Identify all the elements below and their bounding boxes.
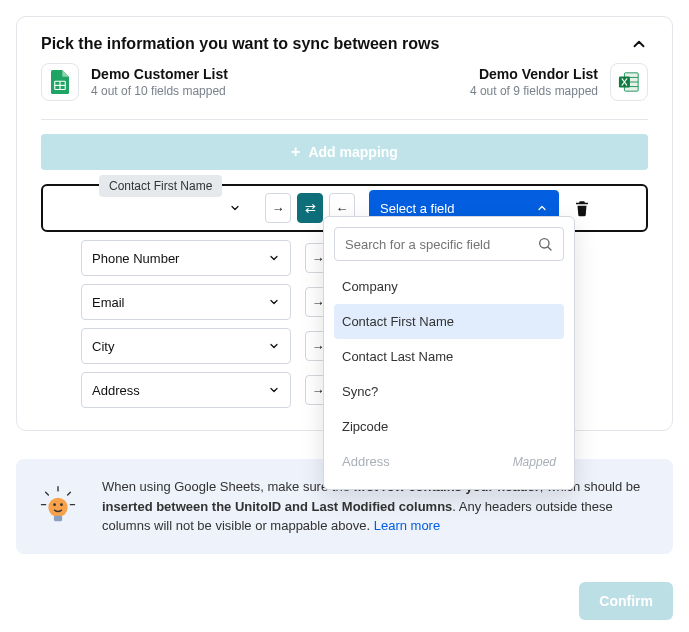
chevron-down-icon — [229, 202, 241, 214]
left-field-label: City — [92, 339, 114, 354]
left-field-select[interactable]: Email — [81, 284, 291, 320]
svg-point-18 — [60, 504, 63, 507]
svg-line-11 — [46, 493, 49, 496]
right-field-placeholder: Select a field — [380, 201, 454, 216]
search-icon — [537, 236, 553, 252]
dropdown-option[interactable]: Company — [334, 269, 564, 304]
svg-point-17 — [53, 504, 56, 507]
learn-more-link[interactable]: Learn more — [374, 518, 440, 533]
svg-point-15 — [48, 498, 67, 517]
chevron-down-icon — [268, 252, 280, 264]
mapping-table: Contact First Name → ⇄ ← Select a field — [41, 184, 648, 408]
chevron-down-icon — [268, 384, 280, 396]
excel-icon-box — [610, 63, 648, 101]
excel-icon — [618, 71, 640, 93]
add-mapping-label: Add mapping — [308, 144, 397, 160]
left-field-label: Address — [92, 383, 140, 398]
mapping-card: Pick the information you want to sync be… — [16, 16, 673, 431]
google-sheets-icon — [50, 70, 70, 94]
dropdown-option[interactable]: Contact First Name — [334, 304, 564, 339]
chevron-down-icon — [268, 340, 280, 352]
left-field-select[interactable]: City — [81, 328, 291, 364]
card-header: Pick the information you want to sync be… — [41, 35, 648, 53]
field-dropdown: Company Contact First Name Contact Last … — [323, 216, 575, 490]
chevron-up-icon — [536, 202, 548, 214]
svg-rect-16 — [54, 516, 62, 522]
source-left-title: Demo Customer List — [91, 66, 228, 82]
svg-line-9 — [548, 247, 551, 250]
dropdown-search[interactable] — [334, 227, 564, 261]
left-field-label: Email — [92, 295, 125, 310]
source-right-title: Demo Vendor List — [470, 66, 598, 82]
add-mapping-button[interactable]: + Add mapping — [41, 134, 648, 170]
dropdown-option[interactable]: Zipcode — [334, 409, 564, 444]
trash-icon[interactable] — [573, 199, 591, 217]
footer: Confirm — [16, 582, 673, 620]
chevron-down-icon — [268, 296, 280, 308]
collapse-chevron-icon[interactable] — [630, 35, 648, 53]
left-field-select[interactable]: Address — [81, 372, 291, 408]
sheets-icon-box — [41, 63, 79, 101]
lightbulb-icon — [36, 484, 80, 528]
left-field-select[interactable] — [81, 194, 251, 222]
source-left: Demo Customer List 4 out of 10 fields ma… — [41, 63, 228, 101]
left-field-select[interactable]: Phone Number — [81, 240, 291, 276]
left-field-label: Phone Number — [92, 251, 179, 266]
source-right-sub: 4 out of 9 fields mapped — [470, 84, 598, 98]
dropdown-option[interactable]: Contact Last Name — [334, 339, 564, 374]
field-tooltip: Contact First Name — [99, 175, 222, 197]
source-right: Demo Vendor List 4 out of 9 fields mappe… — [470, 63, 648, 101]
confirm-button[interactable]: Confirm — [579, 582, 673, 620]
svg-line-12 — [68, 493, 71, 496]
mapping-row-active: Contact First Name → ⇄ ← Select a field — [41, 184, 648, 232]
plus-icon: + — [291, 144, 300, 160]
divider — [41, 119, 648, 120]
dropdown-option-disabled: Address Mapped — [334, 444, 564, 479]
sync-right-button[interactable]: → — [265, 193, 291, 223]
source-left-sub: 4 out of 10 fields mapped — [91, 84, 228, 98]
card-title: Pick the information you want to sync be… — [41, 35, 439, 53]
sync-both-button[interactable]: ⇄ — [297, 193, 323, 223]
search-input[interactable] — [345, 237, 537, 252]
dropdown-option[interactable]: Sync? — [334, 374, 564, 409]
sources-row: Demo Customer List 4 out of 10 fields ma… — [41, 63, 648, 101]
